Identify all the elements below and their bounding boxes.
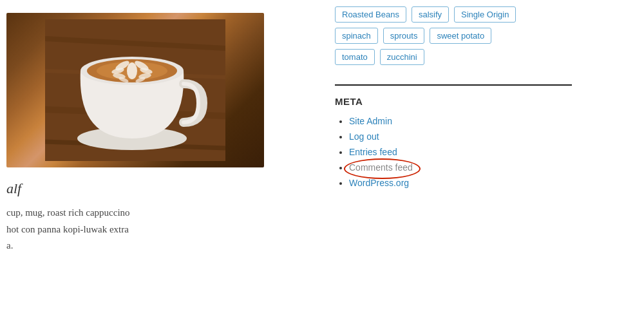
site-admin-link[interactable]: Site Admin bbox=[349, 116, 392, 126]
left-column: alf cup, mug, roast rich cappuccino hot … bbox=[0, 0, 316, 322]
tag-zucchini[interactable]: zucchini bbox=[380, 49, 424, 65]
entries-feed-link[interactable]: Entries feed bbox=[349, 147, 397, 157]
meta-site-admin: Site Admin bbox=[349, 116, 631, 126]
meta-heading: META bbox=[335, 96, 631, 107]
circle-annotation: Comments feed bbox=[349, 162, 413, 173]
tag-tomato[interactable]: tomato bbox=[335, 49, 375, 65]
half-label: alf bbox=[6, 180, 296, 197]
post-text-line2: hot con panna kopi-luwak extra bbox=[6, 222, 296, 238]
tag-roasted-beans[interactable]: Roasted Beans bbox=[335, 6, 406, 23]
tag-single-origin[interactable]: Single Origin bbox=[454, 6, 516, 23]
meta-logout: Log out bbox=[349, 131, 631, 142]
wordpress-org-link[interactable]: WordPress.org bbox=[349, 178, 409, 188]
meta-comments-feed: Comments feed bbox=[349, 162, 631, 173]
meta-divider bbox=[335, 84, 572, 86]
right-column: Roasted Beans salsify Single Origin spin… bbox=[316, 0, 644, 322]
tag-salsify[interactable]: salsify bbox=[412, 6, 449, 23]
tag-spinach[interactable]: spinach bbox=[335, 28, 378, 44]
tag-sprouts[interactable]: sprouts bbox=[383, 28, 425, 44]
post-text-line3: a. bbox=[6, 238, 296, 254]
logout-link[interactable]: Log out bbox=[349, 131, 379, 142]
meta-wordpress-org: WordPress.org bbox=[349, 178, 631, 188]
meta-section: META Site Admin Log out Entries feed Com… bbox=[335, 96, 631, 188]
coffee-cup-svg bbox=[45, 19, 225, 161]
post-text-line1: cup, mug, roast rich cappuccino bbox=[6, 205, 296, 222]
tags-row-3: tomato zucchini bbox=[335, 49, 631, 65]
tags-row-2: spinach sprouts sweet potato bbox=[335, 28, 631, 44]
post-text: cup, mug, roast rich cappuccino hot con … bbox=[6, 205, 296, 254]
comments-feed-link[interactable]: Comments feed bbox=[349, 162, 413, 173]
post-image bbox=[6, 13, 264, 167]
meta-entries-feed: Entries feed bbox=[349, 147, 631, 157]
tags-row-1: Roasted Beans salsify Single Origin bbox=[335, 6, 631, 23]
meta-list: Site Admin Log out Entries feed Comments… bbox=[335, 116, 631, 188]
tag-sweet-potato[interactable]: sweet potato bbox=[430, 28, 491, 44]
page-wrapper: alf cup, mug, roast rich cappuccino hot … bbox=[0, 0, 644, 322]
svg-point-9 bbox=[127, 62, 137, 79]
tags-section: Roasted Beans salsify Single Origin spin… bbox=[335, 6, 631, 65]
